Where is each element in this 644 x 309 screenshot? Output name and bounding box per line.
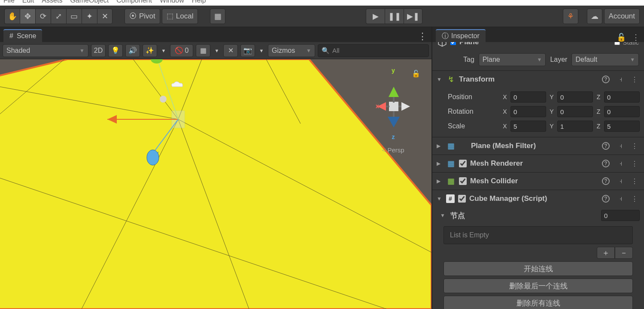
orientation-gizmo[interactable]: y x z ◁Persp: [365, 67, 421, 144]
local-toggle[interactable]: ⬚ Local: [162, 9, 198, 24]
grid-chevron[interactable]: ▼: [213, 44, 221, 57]
audio-toggle[interactable]: 🔊: [125, 44, 140, 57]
help-icon[interactable]: ?: [602, 76, 610, 83]
tag-dropdown[interactable]: Plane▼: [479, 53, 546, 66]
script-enabled-checkbox[interactable]: [458, 195, 466, 203]
position-x-input[interactable]: 0: [510, 91, 546, 103]
camera-chevron[interactable]: ▼: [258, 44, 265, 57]
scale-y-input[interactable]: 1: [557, 121, 593, 132]
menu-help[interactable]: Help: [192, 0, 206, 4]
cube-manager-component: ▼ # Cube Manager (Script) ? ⫞ ⋮: [432, 190, 644, 207]
lighting-toggle[interactable]: 💡: [108, 44, 123, 57]
panel-menu-icon[interactable]: ⋮: [418, 31, 427, 42]
object-name-field[interactable]: Plane: [459, 42, 479, 46]
info-icon: ⓘ: [442, 32, 449, 41]
list-size-input[interactable]: 0: [601, 210, 640, 221]
help-icon[interactable]: ?: [602, 195, 610, 203]
scene-viewport[interactable]: 🔓 y x z ◁Persp: [0, 59, 431, 309]
preset-icon[interactable]: ⫞: [616, 142, 626, 150]
svg-text:x: x: [376, 103, 379, 109]
pause-button[interactable]: ❚❚: [385, 9, 404, 24]
fold-toggle[interactable]: ▼: [437, 76, 443, 82]
scale-z-input[interactable]: 5: [604, 121, 640, 132]
camera-icon[interactable]: 📷: [240, 44, 255, 57]
rotation-z-input[interactable]: 0: [604, 106, 640, 117]
rotation-x-input[interactable]: 0: [510, 106, 546, 117]
delete-all-button[interactable]: 删除所有连线: [444, 296, 633, 309]
preset-icon[interactable]: ⫞: [616, 177, 626, 185]
rotation-y-input[interactable]: 0: [557, 106, 593, 117]
cloud-button[interactable]: ☁: [587, 9, 602, 24]
step-button[interactable]: ▶❚: [404, 9, 422, 24]
fold-toggle[interactable]: ▶: [437, 178, 443, 184]
menu-edit[interactable]: Edit: [22, 0, 34, 4]
scene-tab-strip: # Scene ⋮: [0, 27, 431, 42]
tools-icon[interactable]: ✕: [223, 44, 238, 57]
grid-toggle[interactable]: ▦: [196, 44, 210, 57]
hand-tool-button[interactable]: ✋: [4, 9, 20, 24]
menu-icon[interactable]: ⋮: [629, 177, 640, 185]
menu-assets[interactable]: Assets: [42, 0, 62, 4]
menu-gameobject[interactable]: GameObject: [70, 0, 109, 4]
preset-icon[interactable]: ⫞: [616, 160, 626, 167]
static-checkbox[interactable]: [614, 42, 620, 45]
rect-tool-button[interactable]: ▭: [66, 9, 82, 24]
collab-icon[interactable]: ⚘: [563, 9, 578, 24]
menu-icon[interactable]: ⋮: [629, 76, 640, 84]
layer-dropdown[interactable]: Default▼: [571, 53, 639, 66]
start-connect-button[interactable]: 开始连线: [444, 261, 633, 276]
rotate-tool-button[interactable]: ⟳: [35, 9, 51, 24]
node-list-header: ▼ 节点 0: [432, 207, 644, 224]
scene-search-input[interactable]: 🔍 All: [318, 44, 429, 57]
lock-icon[interactable]: 🔓: [617, 33, 626, 42]
fold-toggle[interactable]: ▶: [437, 161, 443, 167]
projection-toggle[interactable]: ◁Persp: [365, 146, 421, 154]
menu-icon[interactable]: ⋮: [629, 142, 640, 150]
effects-toggle[interactable]: ✨: [143, 44, 157, 57]
fold-toggle[interactable]: ▼: [437, 196, 443, 202]
preset-icon[interactable]: ⫞: [616, 76, 626, 83]
scene-tab[interactable]: # Scene: [3, 29, 42, 42]
object-enabled-checkbox[interactable]: [450, 42, 456, 45]
position-z-input[interactable]: 0: [604, 91, 640, 103]
list-remove-button[interactable]: －: [615, 247, 633, 259]
gizmos-dropdown[interactable]: Gizmos ▼: [268, 44, 315, 57]
help-icon[interactable]: ?: [602, 160, 610, 167]
pivot-toggle[interactable]: ⦿ Pivot: [125, 9, 160, 24]
menu-icon[interactable]: ⋮: [629, 160, 640, 168]
panel-menu-icon[interactable]: ⋮: [632, 33, 640, 42]
chevron-down-icon: ▼: [306, 48, 311, 54]
grid-snap-button[interactable]: ▦: [210, 9, 225, 24]
account-dropdown[interactable]: Account: [604, 9, 640, 24]
fold-toggle[interactable]: ▶: [437, 143, 443, 149]
hidden-objects-toggle[interactable]: 🚫0: [170, 44, 193, 57]
position-y-input[interactable]: 0: [557, 91, 593, 103]
inspector-tab[interactable]: ⓘ Inspector: [436, 29, 486, 42]
move-tool-button[interactable]: ✥: [20, 9, 35, 24]
delete-last-button[interactable]: 删除最后一个连线: [444, 279, 633, 293]
menu-component[interactable]: Component: [116, 0, 152, 4]
main-toolbar: ✋ ✥ ⟳ ⤢ ▭ ✦ ✕ ⦿ Pivot ⬚ Local ▦ ▶ ❚❚ ▶❚ …: [0, 6, 644, 27]
transform-tool-button[interactable]: ✦: [82, 9, 97, 24]
help-icon[interactable]: ?: [602, 177, 610, 185]
effects-chevron[interactable]: ▼: [160, 44, 167, 57]
help-icon[interactable]: ?: [602, 142, 610, 150]
custom-tool-button[interactable]: ✕: [97, 9, 112, 24]
menu-window[interactable]: Window: [160, 0, 184, 4]
list-empty-label: List is Empty: [444, 226, 633, 244]
2d-toggle[interactable]: 2D: [91, 44, 106, 57]
play-button[interactable]: ▶: [366, 9, 385, 24]
mesh-collider-enabled-checkbox[interactable]: [459, 177, 467, 185]
preset-icon[interactable]: ⫞: [616, 195, 626, 203]
fold-toggle[interactable]: ▼: [440, 212, 446, 218]
scale-x-input[interactable]: 5: [510, 121, 546, 132]
shading-mode-dropdown[interactable]: Shaded ▼: [3, 44, 88, 57]
scale-tool-button[interactable]: ⤢: [51, 9, 66, 24]
menu-bar[interactable]: File Edit Assets GameObject Component Wi…: [0, 0, 644, 6]
list-add-button[interactable]: ＋: [597, 247, 615, 259]
menu-file[interactable]: File: [3, 0, 15, 4]
menu-icon[interactable]: ⋮: [629, 195, 640, 203]
mesh-renderer-enabled-checkbox[interactable]: [459, 160, 467, 167]
svg-marker-20: [389, 87, 399, 97]
transform-tools: ✋ ✥ ⟳ ⤢ ▭ ✦ ✕: [4, 9, 112, 24]
